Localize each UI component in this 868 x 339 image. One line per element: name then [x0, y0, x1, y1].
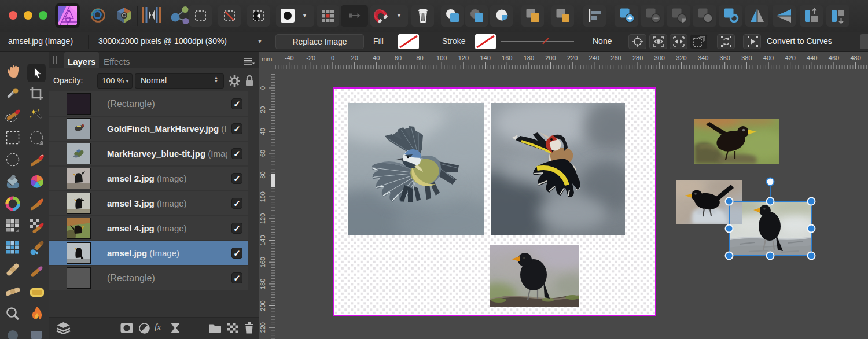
svg-text:320: 320 [676, 54, 686, 61]
svg-text:80: 80 [416, 54, 423, 61]
svg-text:40: 40 [259, 128, 266, 135]
svg-text:140: 140 [480, 54, 490, 61]
svg-text:200: 200 [545, 54, 556, 61]
svg-text:480: 480 [850, 54, 860, 61]
svg-text:-20: -20 [306, 54, 315, 61]
svg-text:200: 200 [259, 300, 266, 311]
svg-text:0: 0 [331, 54, 334, 61]
svg-text:0: 0 [259, 86, 266, 90]
svg-text:440: 440 [807, 54, 817, 61]
svg-text:240: 240 [589, 54, 599, 61]
svg-text:300: 300 [654, 54, 665, 61]
svg-text:360: 360 [720, 54, 730, 61]
svg-text:340: 340 [698, 54, 708, 61]
svg-text:380: 380 [741, 54, 752, 61]
svg-text:120: 120 [458, 54, 469, 61]
svg-text:220: 220 [567, 54, 578, 61]
svg-text:60: 60 [259, 150, 266, 157]
svg-text:420: 420 [785, 54, 795, 61]
svg-text:20: 20 [259, 106, 266, 113]
svg-text:60: 60 [395, 54, 402, 61]
svg-text:260: 260 [610, 54, 621, 61]
svg-text:160: 160 [502, 54, 512, 61]
svg-text:120: 120 [259, 213, 266, 224]
svg-text:180: 180 [259, 279, 266, 289]
svg-text:80: 80 [259, 171, 266, 178]
svg-text:220: 220 [259, 322, 266, 333]
svg-text:140: 140 [259, 235, 266, 245]
svg-text:20: 20 [351, 54, 358, 61]
svg-text:40: 40 [373, 54, 380, 61]
svg-text:160: 160 [259, 257, 266, 267]
svg-text:400: 400 [763, 54, 774, 61]
svg-text:100: 100 [259, 191, 266, 202]
svg-text:460: 460 [829, 54, 839, 61]
svg-text:280: 280 [632, 54, 643, 61]
svg-text:100: 100 [436, 54, 447, 61]
svg-text:180: 180 [524, 54, 534, 61]
svg-text:-40: -40 [285, 54, 294, 61]
